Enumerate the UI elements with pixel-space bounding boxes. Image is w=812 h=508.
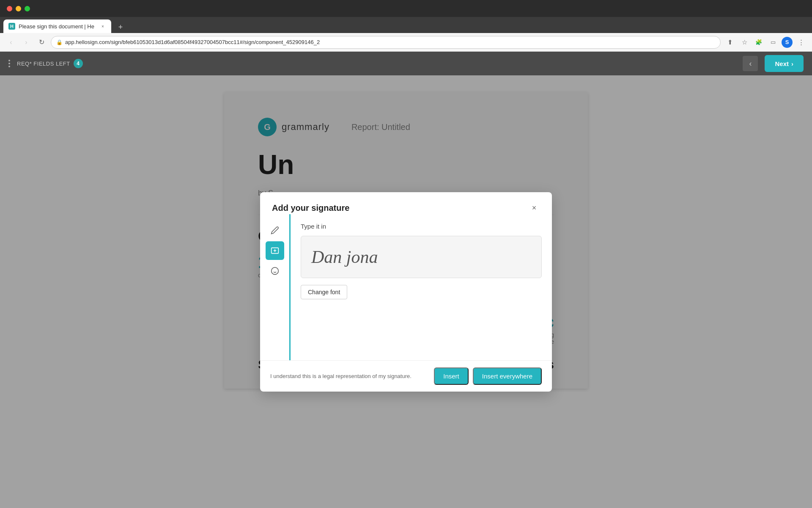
modal-footer: I understand this is a legal representat…	[260, 360, 552, 392]
svg-point-1	[271, 267, 278, 274]
browser-titlebar	[0, 0, 812, 17]
modal-body: Type it in Dan jona Change font	[260, 214, 552, 360]
next-btn[interactable]: Next ›	[765, 55, 804, 72]
modal-header: Add your signature ×	[260, 192, 552, 214]
back-btn[interactable]: ‹	[743, 56, 758, 71]
refresh-nav-btn[interactable]: ↻	[36, 36, 47, 48]
browser-toolbar: ‹ › ↻ 🔒 app.hellosign.com/sign/bfeb61053…	[0, 33, 812, 52]
next-label: Next	[775, 60, 789, 67]
signature-preview: Dan jona	[301, 236, 542, 278]
modal-sidebar	[260, 214, 291, 360]
lock-icon: 🔒	[56, 39, 63, 45]
app-toolbar: REQ* FIELDS LEFT 4 ‹ Next ›	[0, 52, 812, 75]
legal-text: I understand this is a legal representat…	[270, 373, 411, 379]
traffic-light-green[interactable]	[25, 6, 30, 11]
tab-favicon: H	[8, 23, 15, 30]
forward-nav-btn[interactable]: ›	[20, 36, 32, 48]
upload-tab[interactable]	[266, 262, 284, 280]
tab-close-btn[interactable]: ×	[99, 23, 106, 30]
address-text: app.hellosign.com/sign/bfeb61053013d1d6a…	[65, 39, 715, 45]
insert-everywhere-btn[interactable]: Insert everywhere	[473, 367, 542, 385]
signature-text: Dan jona	[311, 247, 378, 267]
traffic-light-red[interactable]	[7, 6, 12, 11]
next-icon: ›	[791, 60, 793, 67]
modal-overlay: Add your signature ×	[0, 75, 812, 508]
footer-buttons: Insert Insert everywhere	[434, 367, 542, 385]
fields-left-label: REQ* FIELDS LEFT	[17, 61, 70, 67]
cast-btn[interactable]: ▭	[767, 36, 779, 48]
main-content: G grammarly Report: Untitled Un by S Gen…	[0, 75, 812, 508]
tab-title: Please sign this document | He	[19, 23, 94, 30]
modal-title: Add your signature	[272, 203, 349, 213]
user-avatar[interactable]: S	[782, 37, 793, 48]
new-tab-btn[interactable]: +	[115, 21, 126, 33]
modal-close-btn[interactable]: ×	[528, 202, 540, 214]
modal-content-spacer	[301, 299, 542, 350]
bookmark-btn[interactable]: ☆	[738, 36, 750, 48]
insert-btn[interactable]: Insert	[434, 367, 469, 385]
change-font-btn[interactable]: Change font	[301, 285, 347, 299]
draw-tab[interactable]	[266, 221, 284, 240]
type-tab[interactable]	[266, 241, 284, 260]
address-bar[interactable]: 🔒 app.hellosign.com/sign/bfeb61053013d1d…	[51, 36, 721, 49]
browser-toolbar-actions: ⬆ ☆ 🧩 ▭ S ⋮	[724, 36, 807, 48]
signature-modal: Add your signature ×	[260, 192, 552, 392]
extensions-btn[interactable]: 🧩	[753, 36, 765, 48]
traffic-light-yellow[interactable]	[16, 6, 21, 11]
modal-main-panel: Type it in Dan jona Change font	[291, 214, 552, 360]
share-btn[interactable]: ⬆	[724, 36, 736, 48]
menu-btn[interactable]: ⋮	[795, 36, 807, 48]
type-it-in-label: Type it in	[301, 223, 542, 230]
tab-bar: H Please sign this document | He × +	[0, 17, 812, 33]
back-nav-btn[interactable]: ‹	[5, 36, 17, 48]
active-tab[interactable]: H Please sign this document | He ×	[3, 19, 111, 33]
fields-left-info: REQ* FIELDS LEFT 4	[17, 59, 83, 68]
dots-menu[interactable]	[8, 60, 10, 67]
fields-count-badge: 4	[74, 59, 83, 68]
